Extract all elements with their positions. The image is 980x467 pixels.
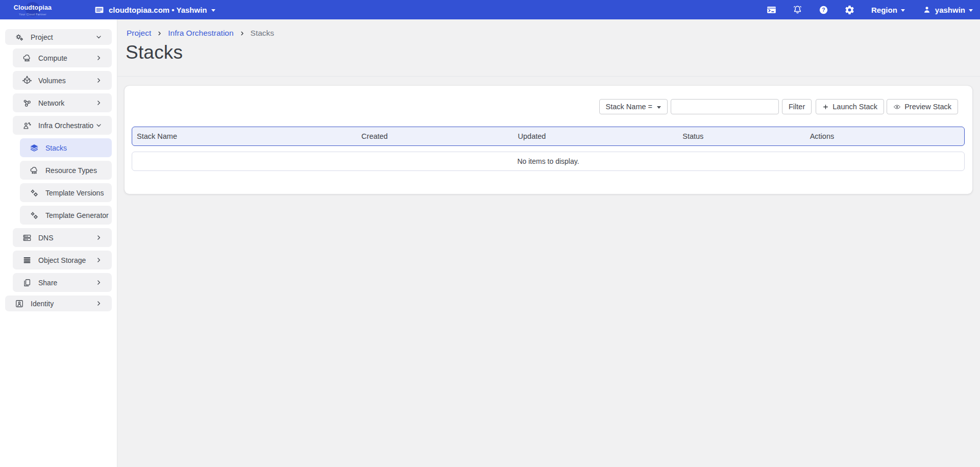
- sidebar-item-label: Share: [38, 279, 93, 287]
- chevron-right-icon: [93, 77, 104, 84]
- page-header: ProjectInfra OrchestrationStacks Stacks: [117, 19, 980, 77]
- sidebar-item-compute[interactable]: Compute: [13, 48, 112, 67]
- breadcrumb-project[interactable]: Project: [127, 29, 151, 38]
- main-content: ProjectInfra OrchestrationStacks Stacks …: [117, 19, 980, 467]
- page-title: Stacks: [126, 42, 183, 63]
- volumes-icon: [21, 76, 32, 86]
- sidebar: ProjectComputeVolumesNetworkInfra Orches…: [0, 19, 117, 467]
- sidebar-item-label: Identity: [31, 300, 93, 308]
- infra-orchestration-icon: [21, 120, 32, 131]
- caret-down-icon: [969, 9, 973, 12]
- column-header-stack-name[interactable]: Stack Name: [132, 132, 357, 140]
- sidebar-item-label: Network: [38, 99, 93, 107]
- sidebar-item-label: Resource Types: [45, 166, 112, 175]
- sidebar-item-share[interactable]: Share: [13, 273, 112, 292]
- table-toolbar: Stack Name = Filter Launch Stack Preview…: [599, 99, 958, 114]
- domain-icon: [94, 5, 105, 15]
- sidebar-item-object-storage[interactable]: Object Storage: [13, 251, 112, 269]
- compute-icon: [21, 53, 32, 63]
- column-header-created[interactable]: Created: [357, 132, 513, 140]
- context-label: cloudtopiaa.com • Yashwin: [109, 6, 207, 14]
- filter-button-label: Filter: [789, 103, 805, 111]
- notifications-button[interactable]: [792, 0, 803, 19]
- breadcrumb-separator-icon: [157, 31, 162, 36]
- sidebar-item-label: Object Storage: [38, 256, 93, 264]
- sidebar-nav: ProjectComputeVolumesNetworkInfra Orches…: [0, 19, 117, 311]
- column-header-updated[interactable]: Updated: [513, 132, 678, 140]
- navbar-actions: ? Region yashwin: [766, 0, 973, 19]
- network-icon: [21, 98, 32, 108]
- user-menu-dropdown[interactable]: yashwin: [922, 5, 973, 14]
- brand-logo[interactable]: Cloudtopiaa Your Cloud Partner: [13, 2, 52, 18]
- template-versions-icon: [29, 188, 39, 198]
- sidebar-item-label: Template Versions: [45, 189, 112, 197]
- help-button[interactable]: ?: [818, 0, 829, 19]
- stacks-table-card: Stack Name = Filter Launch Stack Preview…: [125, 86, 972, 194]
- filter-input[interactable]: [671, 99, 779, 114]
- plus-icon: [822, 104, 829, 110]
- eye-icon: [893, 103, 901, 111]
- caret-down-icon: [657, 106, 661, 109]
- table-header-row: Stack NameCreatedUpdatedStatusActions: [132, 127, 965, 146]
- table-empty-row: No items to display.: [132, 152, 965, 171]
- help-icon: ?: [818, 5, 829, 15]
- gear-icon: [844, 5, 855, 15]
- sidebar-item-label: Volumes: [38, 77, 93, 85]
- breadcrumb-separator-icon: [239, 31, 245, 36]
- chevron-right-icon: [93, 100, 104, 106]
- sidebar-item-stacks[interactable]: Stacks: [20, 138, 112, 157]
- region-dropdown[interactable]: Region: [871, 6, 905, 14]
- svg-text:?: ?: [822, 7, 825, 13]
- sidebar-item-infra-orchestration[interactable]: Infra Orchestration: [13, 116, 112, 135]
- launch-stack-button[interactable]: Launch Stack: [816, 99, 884, 114]
- preview-stack-button[interactable]: Preview Stack: [887, 99, 958, 114]
- chevron-right-icon: [93, 300, 104, 307]
- filter-button[interactable]: Filter: [782, 99, 812, 114]
- user-icon: [922, 5, 932, 14]
- sidebar-item-project[interactable]: Project: [5, 29, 112, 45]
- top-navbar: Cloudtopiaa Your Cloud Partner cloudtopi…: [0, 0, 980, 19]
- object-storage-icon: [21, 255, 32, 265]
- sidebar-item-template-versions[interactable]: Template Versions: [20, 183, 112, 202]
- preview-stack-label: Preview Stack: [904, 103, 951, 111]
- column-header-status[interactable]: Status: [678, 132, 805, 140]
- sidebar-item-volumes[interactable]: Volumes: [13, 71, 112, 90]
- sidebar-item-identity[interactable]: Identity: [5, 296, 112, 311]
- brand-tagline: Your Cloud Partner: [13, 13, 52, 16]
- chevron-down-icon: [93, 34, 104, 40]
- dns-icon: [21, 233, 32, 243]
- brand-name: Cloudtopiaa: [13, 2, 52, 13]
- breadcrumb-stacks: Stacks: [251, 29, 275, 38]
- sidebar-item-resource-types[interactable]: Resource Types: [20, 161, 112, 180]
- sidebar-item-label: Template Generator: [45, 211, 112, 219]
- region-label: Region: [871, 6, 897, 14]
- sidebar-item-label: Compute: [38, 54, 93, 62]
- settings-button[interactable]: [844, 0, 855, 19]
- sidebar-item-network[interactable]: Network: [13, 93, 112, 112]
- filter-field-label: Stack Name =: [606, 103, 652, 111]
- terminal-button[interactable]: [766, 0, 777, 19]
- breadcrumb-infra-orchestration[interactable]: Infra Orchestration: [168, 29, 233, 38]
- chevron-right-icon: [93, 257, 104, 263]
- project-icon: [14, 32, 24, 42]
- stacks-icon: [29, 143, 39, 153]
- launch-stack-label: Launch Stack: [832, 103, 877, 111]
- chevron-right-icon: [93, 234, 104, 241]
- empty-message: No items to display.: [517, 157, 579, 165]
- sidebar-item-label: DNS: [38, 234, 93, 242]
- chevron-right-icon: [93, 55, 104, 61]
- terminal-icon: [766, 5, 777, 15]
- sidebar-item-label: Project: [31, 33, 93, 41]
- template-generator-icon: [29, 210, 39, 220]
- caret-down-icon: [211, 9, 215, 12]
- filter-field-dropdown[interactable]: Stack Name =: [599, 99, 668, 114]
- share-icon: [21, 278, 32, 288]
- bell-icon: [792, 5, 803, 15]
- sidebar-item-dns[interactable]: DNS: [13, 228, 112, 247]
- breadcrumb: ProjectInfra OrchestrationStacks: [127, 29, 274, 38]
- resource-types-icon: [29, 165, 39, 176]
- column-header-actions: Actions: [805, 132, 964, 140]
- sidebar-item-template-generator[interactable]: Template Generator: [20, 206, 112, 225]
- project-context-dropdown[interactable]: cloudtopiaa.com • Yashwin: [94, 0, 215, 19]
- sidebar-item-label: Infra Orchestration: [38, 121, 93, 130]
